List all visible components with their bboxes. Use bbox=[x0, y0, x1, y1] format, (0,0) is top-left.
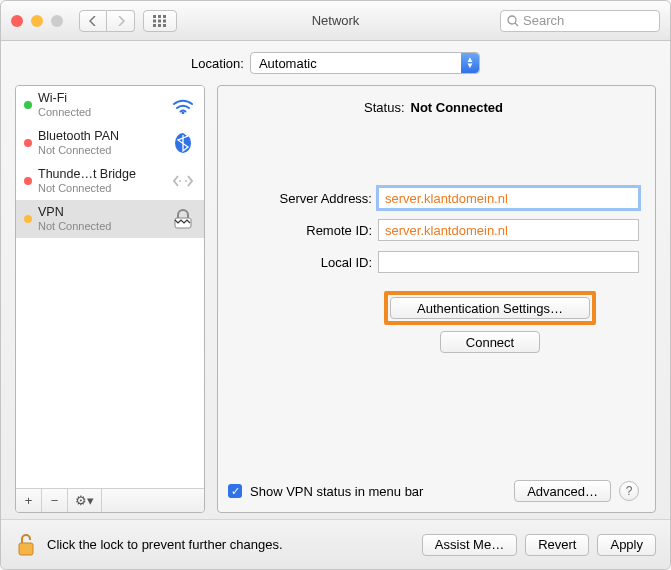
status-dot-icon bbox=[24, 215, 32, 223]
remote-id-label: Remote ID: bbox=[228, 223, 378, 238]
assist-me-button[interactable]: Assist Me… bbox=[422, 534, 517, 556]
window-controls bbox=[11, 15, 63, 27]
status-row: Status: Not Connected bbox=[228, 100, 639, 115]
service-name: Bluetooth PAN bbox=[38, 129, 119, 143]
search-placeholder: Search bbox=[523, 13, 564, 28]
forward-button[interactable] bbox=[107, 10, 135, 32]
footer-buttons: Assist Me… Revert Apply bbox=[422, 534, 656, 556]
titlebar: Network Search bbox=[1, 1, 670, 41]
main-content: Wi-FiConnectedBluetooth PANNot Connected… bbox=[1, 85, 670, 519]
svg-point-11 bbox=[182, 111, 185, 113]
search-field[interactable]: Search bbox=[500, 10, 660, 32]
thunderbolt-icon bbox=[170, 170, 196, 192]
show-vpn-status-checkbox[interactable]: ✓ bbox=[228, 484, 242, 498]
service-sidebar: Wi-FiConnectedBluetooth PANNot Connected… bbox=[15, 85, 205, 513]
network-preferences-window: Network Search Location: Automatic ▲▼ Wi… bbox=[0, 0, 671, 570]
revert-button[interactable]: Revert bbox=[525, 534, 589, 556]
local-id-input[interactable] bbox=[378, 251, 639, 273]
detail-bottom-bar: ✓ Show VPN status in menu bar Advanced… … bbox=[228, 480, 639, 502]
status-dot-icon bbox=[24, 101, 32, 109]
add-service-button[interactable]: + bbox=[16, 489, 42, 512]
status-value: Not Connected bbox=[411, 100, 503, 115]
help-button[interactable]: ? bbox=[619, 481, 639, 501]
svg-rect-0 bbox=[153, 15, 156, 18]
lock-icon[interactable] bbox=[15, 532, 39, 558]
svg-rect-5 bbox=[163, 19, 166, 22]
highlight-frame: Authentication Settings… bbox=[384, 291, 596, 325]
service-status: Connected bbox=[38, 105, 91, 119]
svg-point-14 bbox=[185, 180, 187, 182]
service-status: Not Connected bbox=[38, 143, 119, 157]
grid-icon bbox=[153, 15, 167, 27]
authentication-settings-button[interactable]: Authentication Settings… bbox=[390, 297, 590, 319]
service-item-wifi[interactable]: Wi-FiConnected bbox=[16, 86, 204, 124]
location-label: Location: bbox=[191, 56, 244, 71]
local-id-row: Local ID: bbox=[228, 249, 639, 275]
service-name: Wi-Fi bbox=[38, 91, 91, 105]
service-name: Thunde…t Bridge bbox=[38, 167, 136, 181]
svg-rect-7 bbox=[158, 24, 161, 27]
window-footer: Click the lock to prevent further change… bbox=[1, 519, 670, 569]
show-vpn-status-label: Show VPN status in menu bar bbox=[250, 484, 423, 499]
chevron-left-icon bbox=[89, 16, 97, 26]
service-item-thunderbolt[interactable]: Thunde…t BridgeNot Connected bbox=[16, 162, 204, 200]
svg-rect-8 bbox=[163, 24, 166, 27]
minimize-icon[interactable] bbox=[31, 15, 43, 27]
remote-id-input[interactable] bbox=[378, 219, 639, 241]
service-status: Not Connected bbox=[38, 219, 111, 233]
svg-rect-2 bbox=[163, 15, 166, 18]
nav-back-forward bbox=[79, 10, 135, 32]
svg-rect-4 bbox=[158, 19, 161, 22]
svg-rect-6 bbox=[153, 24, 156, 27]
chevron-right-icon bbox=[117, 16, 125, 26]
connect-button[interactable]: Connect bbox=[440, 331, 540, 353]
zoom-icon[interactable] bbox=[51, 15, 63, 27]
bluetooth-icon bbox=[170, 132, 196, 154]
service-status: Not Connected bbox=[38, 181, 136, 195]
service-item-bluetooth[interactable]: Bluetooth PANNot Connected bbox=[16, 124, 204, 162]
remove-service-button[interactable]: − bbox=[42, 489, 68, 512]
service-item-vpn[interactable]: VPNNot Connected bbox=[16, 200, 204, 238]
advanced-button[interactable]: Advanced… bbox=[514, 480, 611, 502]
detail-pane: Status: Not Connected Server Address: Re… bbox=[217, 85, 656, 513]
button-stack: Authentication Settings… Connect bbox=[384, 291, 639, 353]
server-address-input[interactable] bbox=[378, 187, 639, 209]
search-icon bbox=[507, 15, 519, 27]
svg-line-10 bbox=[515, 23, 518, 26]
svg-rect-16 bbox=[19, 543, 33, 555]
svg-point-9 bbox=[508, 16, 516, 24]
sidebar-footer: + − ⚙︎▾ bbox=[16, 488, 204, 512]
location-value: Automatic bbox=[259, 56, 317, 71]
server-address-row: Server Address: bbox=[228, 185, 639, 211]
close-icon[interactable] bbox=[11, 15, 23, 27]
window-title: Network bbox=[312, 13, 360, 28]
status-label: Status: bbox=[364, 100, 404, 115]
svg-rect-3 bbox=[153, 19, 156, 22]
status-dot-icon bbox=[24, 139, 32, 147]
popup-arrows-icon: ▲▼ bbox=[461, 53, 479, 73]
service-name: VPN bbox=[38, 205, 111, 219]
local-id-label: Local ID: bbox=[228, 255, 378, 270]
back-button[interactable] bbox=[79, 10, 107, 32]
location-popup[interactable]: Automatic ▲▼ bbox=[250, 52, 480, 74]
apply-button[interactable]: Apply bbox=[597, 534, 656, 556]
server-address-label: Server Address: bbox=[228, 191, 378, 206]
svg-point-13 bbox=[179, 180, 181, 182]
status-dot-icon bbox=[24, 177, 32, 185]
vpn-icon bbox=[170, 208, 196, 230]
location-row: Location: Automatic ▲▼ bbox=[1, 41, 670, 85]
service-list: Wi-FiConnectedBluetooth PANNot Connected… bbox=[16, 86, 204, 488]
show-all-button[interactable] bbox=[143, 10, 177, 32]
remote-id-row: Remote ID: bbox=[228, 217, 639, 243]
lock-text: Click the lock to prevent further change… bbox=[47, 537, 283, 552]
svg-rect-1 bbox=[158, 15, 161, 18]
wifi-icon bbox=[170, 94, 196, 116]
service-actions-button[interactable]: ⚙︎▾ bbox=[68, 489, 102, 512]
